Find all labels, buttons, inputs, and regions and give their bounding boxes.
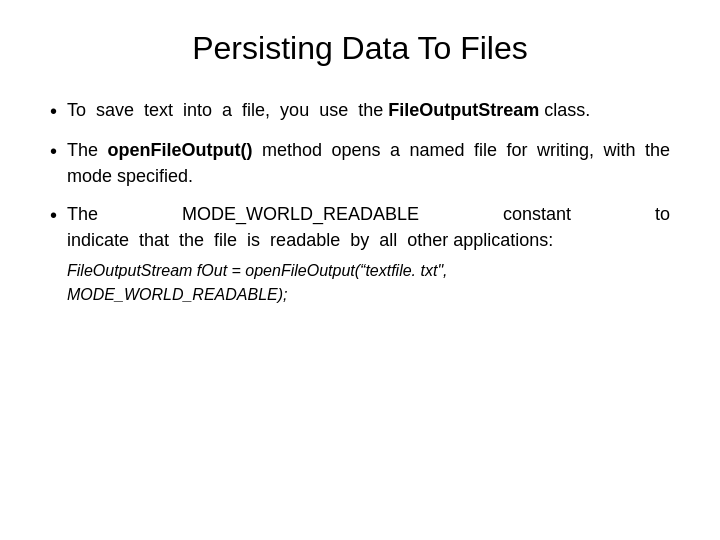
bullet-item-1: • To save text into a file, you use the … — [50, 97, 670, 125]
bullet-dot-2: • — [50, 137, 57, 165]
bullet-text-3: The MODE_WORLD_READABLE constant to indi… — [67, 201, 670, 307]
bullet-item-3: • The MODE_WORLD_READABLE constant to in… — [50, 201, 670, 307]
code-line-1: FileOutputStream fOut = openFileOutput(“… — [67, 262, 448, 279]
bullet-dot-3: • — [50, 201, 57, 229]
slide-title: Persisting Data To Files — [50, 30, 670, 67]
highlight-1: FileOutputStream — [388, 100, 539, 120]
bullet-item-2: • The openFileOutput() method opens a na… — [50, 137, 670, 189]
slide-container: Persisting Data To Files • To save text … — [0, 0, 720, 540]
bullet-text-2: The openFileOutput() method opens a name… — [67, 137, 670, 189]
code-line-2: MODE_WORLD_READABLE); — [67, 286, 288, 303]
slide-content: • To save text into a file, you use the … — [50, 97, 670, 510]
code-block: FileOutputStream fOut = openFileOutput(“… — [67, 259, 670, 307]
bullet-text-1: To save text into a file, you use the Fi… — [67, 97, 670, 123]
highlight-2: openFileOutput() — [108, 140, 253, 160]
bullet-dot-1: • — [50, 97, 57, 125]
